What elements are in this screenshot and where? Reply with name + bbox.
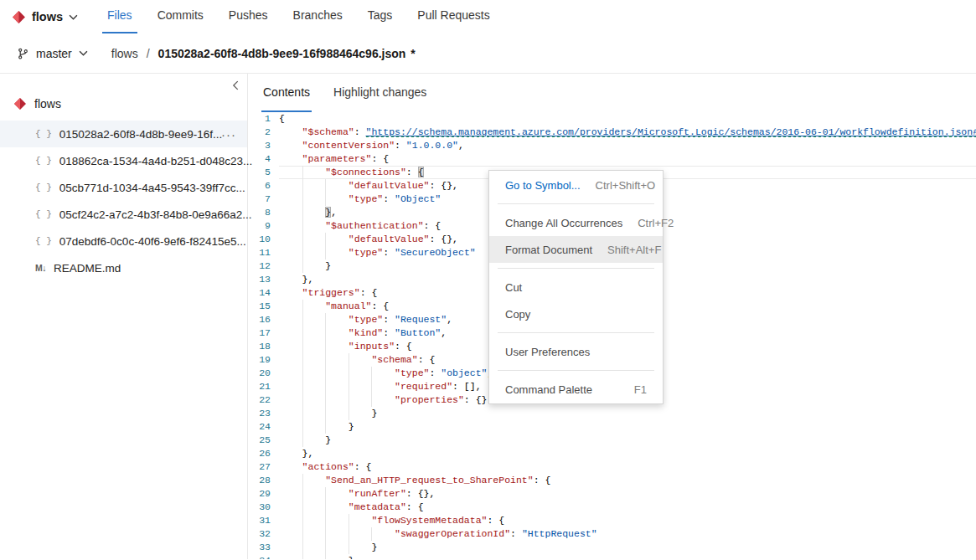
menu-item-shortcut: F1 <box>634 383 647 396</box>
code-line-text: "properties": {} <box>279 393 487 407</box>
code-line[interactable]: 30 "metadata": { <box>248 501 976 514</box>
code-line[interactable]: 33 } <box>248 541 976 554</box>
indent-guide <box>325 420 326 434</box>
repo-icon <box>13 97 27 110</box>
indent-guide <box>302 206 303 219</box>
tab-tags[interactable]: Tags <box>363 0 398 33</box>
tab-pushes[interactable]: Pushes <box>224 0 273 33</box>
repo-name: flows <box>32 10 63 23</box>
line-number: 21 <box>248 380 271 393</box>
code-line[interactable]: 28 "Send_an_HTTP_request_to_SharePoint":… <box>248 474 976 487</box>
collapse-sidebar-button[interactable] <box>232 80 239 90</box>
code-line-text: "type": "object", <box>279 367 493 380</box>
more-actions-button[interactable]: ··· <box>221 127 236 141</box>
indent-guide <box>325 179 326 193</box>
line-number: 11 <box>248 246 271 259</box>
indent-guide <box>325 380 326 393</box>
file-list-item[interactable]: { }018862ca-1534-4a4d-b251-d048c23... <box>0 147 247 174</box>
line-number: 1 <box>248 112 271 126</box>
indent-guide <box>302 233 303 246</box>
tab-branches[interactable]: Branches <box>288 0 348 33</box>
indent-guide <box>302 326 303 340</box>
repo-switcher[interactable]: flows <box>12 10 78 24</box>
content-tab-highlight-changes[interactable]: Highlight changes <box>332 85 428 112</box>
tree-root-label: flows <box>34 97 61 110</box>
menu-item-label: Go to Symbol... <box>505 179 581 192</box>
code-line[interactable]: 32 "swaggerOperationId": "HttpRequest" <box>248 527 976 541</box>
tab-pull-requests[interactable]: Pull Requests <box>412 0 494 33</box>
indent-guide <box>302 514 303 527</box>
file-name: README.md <box>54 262 121 275</box>
indent-guide <box>302 246 303 259</box>
code-line[interactable]: 24 } <box>248 420 976 434</box>
menu-item-command-palette[interactable]: Command PaletteF1 <box>489 376 663 403</box>
chevron-down-icon <box>69 14 78 20</box>
branch-selector[interactable]: master <box>17 47 88 60</box>
indent-guide <box>302 474 303 487</box>
breadcrumb-repo-link[interactable]: flows <box>111 47 138 60</box>
code-line[interactable]: 2 "$schema": "https://schema.management.… <box>248 126 976 139</box>
file-list-item[interactable]: { }07debdf6-0c0c-40f6-9ef6-f82415e5... <box>0 228 247 254</box>
file-list-item[interactable]: { }05cf24c2-a7c2-4b3f-84b8-0e9a66a2... <box>0 201 247 228</box>
line-number: 13 <box>248 273 271 286</box>
line-number: 27 <box>248 460 271 474</box>
code-line[interactable]: 34 } <box>248 554 976 559</box>
code-line[interactable]: 23 } <box>248 407 976 420</box>
indent-guide <box>302 393 303 407</box>
code-line-text: "manual": { <box>279 300 389 313</box>
tree-root-node[interactable]: flows <box>0 74 247 121</box>
menu-item-cut[interactable]: Cut <box>489 274 663 301</box>
indent-guide <box>302 179 303 193</box>
json-file-icon: { } <box>35 156 52 166</box>
code-line[interactable]: 1{ <box>248 112 976 126</box>
code-line[interactable]: 31 "flowSystemMetadata": { <box>248 514 976 527</box>
json-file-icon: { } <box>35 129 52 139</box>
indent-guide <box>302 407 303 420</box>
code-line[interactable]: 3 "contentVersion": "1.0.0.0", <box>248 139 976 152</box>
menu-item-format-document[interactable]: Format DocumentShift+Alt+F <box>489 236 663 263</box>
file-list-item[interactable]: M↓README.md <box>0 254 247 281</box>
indent-guide <box>302 313 303 326</box>
code-line-text: "Send_an_HTTP_request_to_SharePoint": { <box>279 474 550 487</box>
code-line[interactable]: 26 }, <box>248 447 976 460</box>
menu-item-shortcut: Shift+Alt+F <box>607 244 661 256</box>
code-line[interactable]: 27 "actions": { <box>248 460 976 474</box>
menu-item-label: Command Palette <box>505 383 592 396</box>
file-name: 05cb771d-1034-4a45-9543-39ff7cc... <box>59 182 245 194</box>
content-tab-contents[interactable]: Contents <box>261 85 312 112</box>
indent-guide <box>302 193 303 206</box>
indent-guide <box>302 300 303 313</box>
top-navigation: flows FilesCommitsPushesBranchesTagsPull… <box>0 0 976 33</box>
tab-files[interactable]: Files <box>102 0 137 33</box>
menu-item-user-preferences[interactable]: User Preferences <box>489 338 663 365</box>
code-line-text: "$authentication": { <box>279 219 441 233</box>
azure-devops-repo-file-page: flows FilesCommitsPushesBranchesTagsPull… <box>0 0 976 560</box>
menu-item-copy[interactable]: Copy <box>489 301 663 327</box>
line-number: 24 <box>248 420 271 434</box>
code-line-text: "type": "Request", <box>279 313 452 326</box>
code-line[interactable]: 25 } <box>248 434 976 447</box>
indent-guide <box>325 340 326 353</box>
menu-separator <box>498 268 654 269</box>
json-file-icon: { } <box>35 209 52 219</box>
file-name: 015028a2-60f8-4d8b-9ee9-16f... <box>59 128 222 141</box>
code-line-text: "contentVersion": "1.0.0.0", <box>279 139 464 152</box>
code-line-text: "kind": "Button", <box>279 326 447 340</box>
tab-commits[interactable]: Commits <box>152 0 209 33</box>
code-line-text: } <box>279 407 377 420</box>
branch-name: master <box>36 47 72 60</box>
code-line[interactable]: 4 "parameters": { <box>248 152 976 166</box>
line-number: 2 <box>248 126 271 139</box>
menu-item-change-all-occurrences[interactable]: Change All OccurrencesCtrl+F2 <box>489 209 663 236</box>
menu-item-go-to-symbol[interactable]: Go to Symbol...Ctrl+Shift+O <box>489 172 663 198</box>
code-line-text: "actions": { <box>279 460 371 474</box>
menu-item-shortcut: Ctrl+Shift+O <box>596 179 656 192</box>
menu-item-label: Cut <box>505 281 522 294</box>
line-number: 30 <box>248 501 271 514</box>
file-list-item[interactable]: { }05cb771d-1034-4a45-9543-39ff7cc... <box>0 174 247 201</box>
line-number: 3 <box>248 139 271 152</box>
indent-guide <box>302 527 303 541</box>
file-list-item[interactable]: { }015028a2-60f8-4d8b-9ee9-16f...··· <box>0 121 247 147</box>
indent-guide <box>325 487 326 501</box>
code-line[interactable]: 29 "runAfter": {}, <box>248 487 976 501</box>
